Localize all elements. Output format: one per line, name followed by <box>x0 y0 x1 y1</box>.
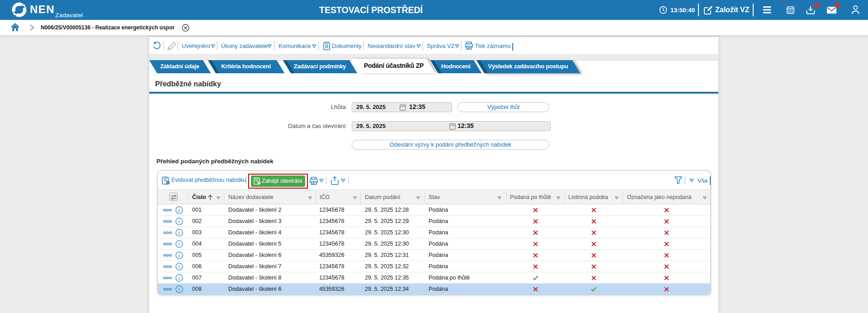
svg-text:i: i <box>178 207 179 213</box>
svg-text:i: i <box>178 241 179 247</box>
svg-text:i: i <box>178 230 179 236</box>
svg-text:i: i <box>178 218 179 225</box>
svg-text:i: i <box>178 275 179 281</box>
svg-text:i: i <box>178 252 179 259</box>
svg-text:i: i <box>178 264 179 270</box>
svg-text:i: i <box>178 286 179 293</box>
